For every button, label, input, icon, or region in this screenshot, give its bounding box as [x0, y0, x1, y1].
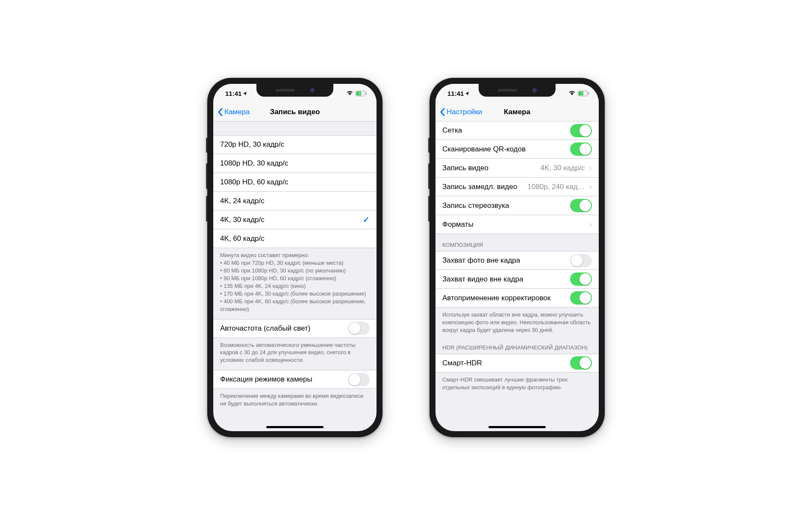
resolution-label: 4K, 60 кадр/с: [220, 234, 265, 243]
toggle-switch[interactable]: [570, 142, 592, 156]
resolution-option[interactable]: 1080p HD, 60 кадр/с: [213, 173, 377, 192]
settings-row[interactable]: Захват фото вне кадра: [435, 251, 599, 270]
resolution-option[interactable]: 4K, 60 кадр/с: [213, 229, 377, 248]
settings-row[interactable]: Запись видео4K, 30 кадр/с›: [435, 159, 599, 178]
resolution-option[interactable]: 4K, 30 кадр/с✓: [213, 210, 377, 229]
toggle-switch[interactable]: [570, 124, 592, 137]
resolution-option[interactable]: 1080p HD, 30 кадр/с: [213, 154, 377, 173]
nav-title: Запись видео: [270, 108, 320, 116]
content-2[interactable]: СеткаСканирование QR-кодовЗапись видео4K…: [435, 121, 599, 431]
resolution-label: 4K, 24 кадр/с: [220, 197, 265, 205]
smart-hdr-label: Смарт-HDR: [442, 359, 482, 367]
resolution-label: 720p HD, 30 кадр/с: [220, 140, 284, 149]
chevron-right-icon: ›: [589, 182, 592, 192]
content-1[interactable]: 720p HD, 30 кадр/с1080p HD, 30 кадр/с108…: [213, 121, 377, 431]
back-button[interactable]: Настройки: [440, 108, 482, 116]
chevron-left-icon: [218, 108, 223, 116]
toggle-switch[interactable]: [570, 254, 592, 267]
status-time: 11:41: [447, 90, 464, 97]
settings-row-label: Сетка: [442, 126, 462, 135]
settings-row[interactable]: Автоприменение корректировок: [435, 289, 599, 308]
wifi-icon: [568, 91, 576, 96]
svg-rect-5: [588, 92, 589, 95]
settings-row[interactable]: Захват видео вне кадра: [435, 270, 599, 289]
lock-camera-label: Фиксация режимов камеры: [220, 375, 312, 384]
settings-row[interactable]: Сканирование QR-кодов: [435, 140, 599, 159]
battery-icon: [578, 91, 589, 96]
toggle-switch[interactable]: [570, 199, 592, 212]
screen-2: 11:41 Настройки Камера СеткаСканирование…: [435, 84, 599, 431]
svg-rect-1: [356, 92, 361, 95]
notch: [479, 84, 556, 97]
home-indicator[interactable]: [488, 426, 546, 428]
settings-row[interactable]: Запись стереозвука: [435, 196, 599, 215]
phone-mockup-2: 11:41 Настройки Камера СеткаСканирование…: [430, 78, 605, 437]
lock-camera-row[interactable]: Фиксация режимов камеры: [213, 370, 377, 389]
settings-row-label: Захват видео вне кадра: [442, 275, 523, 284]
settings-row-detail: 1080p, 240 кад…›: [527, 182, 592, 192]
section-header-composition: КОМПОЗИЦИЯ: [435, 234, 599, 251]
status-time: 11:41: [225, 90, 241, 97]
settings-row[interactable]: Сетка: [435, 121, 599, 140]
checkmark-icon: ✓: [363, 215, 370, 225]
chevron-right-icon: ›: [589, 219, 592, 229]
settings-row-label: Запись замедл. видео: [442, 183, 517, 191]
nav-bar: Камера Запись видео: [213, 103, 377, 121]
chevron-right-icon: ›: [589, 163, 592, 173]
auto-fps-footer: Возможность автоматического уменьшения ч…: [213, 338, 377, 370]
nav-bar: Настройки Камера: [435, 103, 599, 121]
resolution-label: 1080p HD, 60 кадр/с: [220, 178, 288, 186]
settings-row[interactable]: Форматы›: [435, 215, 599, 234]
toggle-switch[interactable]: [570, 291, 592, 305]
back-button[interactable]: Камера: [218, 108, 250, 116]
lock-camera-toggle[interactable]: [348, 373, 370, 386]
home-indicator[interactable]: [266, 426, 324, 428]
settings-row-label: Автоприменение корректировок: [442, 294, 550, 302]
smart-hdr-toggle[interactable]: [570, 356, 592, 370]
smart-hdr-row[interactable]: Смарт-HDR: [435, 354, 599, 373]
back-label: Камера: [224, 108, 250, 116]
composition-footer: Используя захват области вне кадра, можн…: [435, 308, 599, 340]
nav-title: Камера: [504, 108, 530, 116]
battery-icon: [356, 91, 367, 96]
resolution-option[interactable]: 720p HD, 30 кадр/с: [213, 135, 377, 154]
notch: [256, 84, 333, 97]
back-label: Настройки: [447, 108, 482, 116]
settings-row-label: Сканирование QR-кодов: [442, 145, 526, 154]
settings-row-detail: 4K, 30 кадр/с›: [541, 163, 592, 173]
resolution-label: 4K, 30 кадр/с: [220, 216, 265, 224]
screen-1: 11:41 Камера Запись видео 720p HD, 30 ка…: [213, 84, 377, 431]
phone-mockup-1: 11:41 Камера Запись видео 720p HD, 30 ка…: [207, 78, 382, 437]
lock-camera-footer: Переключение между камерами во время вид…: [213, 389, 377, 414]
resolution-label: 1080p HD, 30 кадр/с: [220, 159, 288, 168]
size-footer: Минута видео составит примерно:• 40 МБ п…: [213, 248, 377, 319]
svg-rect-2: [366, 92, 367, 95]
toggle-switch[interactable]: [570, 272, 592, 286]
settings-row-label: Запись видео: [442, 164, 488, 172]
settings-row[interactable]: Запись замедл. видео1080p, 240 кад…›: [435, 178, 599, 196]
settings-row-detail: ›: [587, 219, 592, 229]
auto-fps-toggle[interactable]: [348, 322, 370, 335]
chevron-left-icon: [440, 108, 445, 116]
settings-row-label: Запись стереозвука: [442, 201, 509, 210]
wifi-icon: [346, 91, 353, 96]
auto-fps-label: Авточастота (слабый свет): [220, 324, 310, 333]
hdr-footer: Смарт-HDR смешивает лучшие фрагменты тре…: [435, 373, 599, 397]
settings-row-label: Захват фото вне кадра: [442, 256, 520, 265]
section-header-hdr: HDR (РАСШИРЕННЫЙ ДИНАМИЧЕСКИЙ ДИАПАЗОН): [435, 340, 599, 354]
auto-fps-row[interactable]: Авточастота (слабый свет): [213, 319, 377, 338]
resolution-option[interactable]: 4K, 24 кадр/с: [213, 192, 377, 210]
svg-rect-4: [579, 92, 583, 95]
location-icon: [465, 91, 470, 96]
settings-row-label: Форматы: [442, 220, 474, 229]
location-icon: [243, 91, 248, 96]
